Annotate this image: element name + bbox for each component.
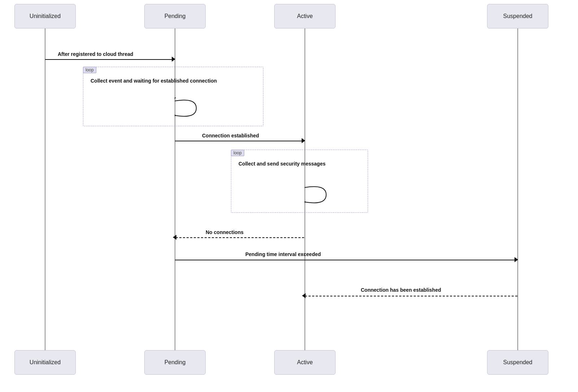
lifeline-box-pending-top: Pending bbox=[144, 4, 206, 28]
loop-box-2: loop Collect and send security messages bbox=[231, 150, 368, 213]
message-label-2: Connection established bbox=[202, 133, 259, 138]
sequence-diagram: Uninitialized Pending Active Suspended U… bbox=[0, 0, 578, 392]
lifeline-box-active-bottom: Active bbox=[274, 350, 336, 375]
arrow-line-2 bbox=[175, 141, 305, 141]
arrow-line-1 bbox=[45, 59, 175, 60]
lifeline-suspended bbox=[517, 28, 518, 350]
lifeline-box-uninit-top: Uninitialized bbox=[14, 4, 76, 28]
loop-box-1: loop Collect event and waiting for estab… bbox=[83, 67, 263, 126]
svg-marker-0 bbox=[175, 97, 178, 100]
arrow-line-3-dashed bbox=[176, 237, 304, 238]
loop-label-2: loop bbox=[231, 150, 244, 156]
lifeline-uninit bbox=[45, 28, 45, 350]
lifeline-box-uninit-bottom: Uninitialized bbox=[14, 350, 76, 375]
self-loop-1 bbox=[175, 97, 203, 119]
loop-text-1: Collect event and waiting for establishe… bbox=[91, 78, 217, 84]
svg-marker-1 bbox=[175, 113, 176, 118]
loop-label-1: loop bbox=[83, 67, 96, 73]
message-label-3: No connections bbox=[206, 229, 244, 235]
message-label-1: After registered to cloud thread bbox=[58, 51, 133, 57]
lifeline-box-suspended-top: Suspended bbox=[487, 4, 548, 28]
arrow-line-4 bbox=[175, 260, 517, 260]
loop-text-2: Collect and send security messages bbox=[238, 161, 325, 167]
arrowhead-3 bbox=[173, 235, 176, 240]
message-label-4: Pending time interval exceeded bbox=[245, 251, 321, 257]
arrowhead-4 bbox=[514, 257, 518, 262]
self-loop-2 bbox=[305, 184, 333, 206]
lifeline-box-pending-bottom: Pending bbox=[144, 350, 206, 375]
lifeline-box-suspended-bottom: Suspended bbox=[487, 350, 548, 375]
arrowhead-1 bbox=[172, 57, 175, 62]
lifeline-box-active-top: Active bbox=[274, 4, 336, 28]
arrow-line-5-dashed bbox=[305, 296, 517, 296]
arrowhead-2 bbox=[302, 138, 305, 143]
svg-marker-2 bbox=[305, 200, 306, 204]
arrowhead-5 bbox=[302, 293, 306, 298]
message-label-5: Connection has been established bbox=[361, 287, 441, 293]
